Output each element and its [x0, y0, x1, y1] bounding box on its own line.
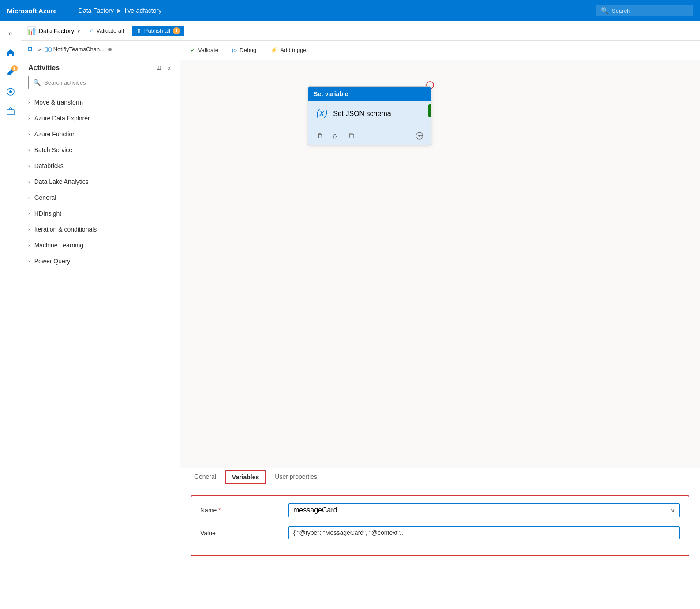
chevron-icon-3: ›	[28, 147, 30, 153]
chevron-icon-6: ›	[28, 195, 30, 200]
search-activities-input[interactable]	[44, 79, 168, 86]
activity-item-5[interactable]: › Data Lake Analytics	[25, 174, 176, 190]
sidebar-item-toolbox[interactable]	[2, 102, 19, 120]
activity-item-1[interactable]: › Azure Data Explorer	[25, 110, 176, 126]
activity-label-5: Data Lake Analytics	[34, 178, 89, 185]
canvas-toolbar: ✓ Validate ▷ Debug ⚡ Add trigger	[180, 41, 700, 60]
activity-item-6[interactable]: › General	[25, 190, 176, 205]
validate-all-label: Validate all	[96, 27, 124, 34]
add-trigger-label: Add trigger	[280, 47, 308, 53]
df-label: Data Factory	[39, 27, 74, 34]
breadcrumb-df[interactable]: Data Factory	[79, 7, 114, 14]
publish-all-btn[interactable]: ⬆ Publish all 1	[132, 26, 184, 36]
validate-all-btn[interactable]: ✓ Validate all	[84, 26, 128, 36]
chevron-icon-0: ›	[28, 100, 30, 105]
variables-form: Name * messageCard ∨	[191, 495, 689, 556]
sidebar-item-monitor[interactable]	[2, 83, 19, 101]
tab-general[interactable]: General	[187, 469, 223, 486]
publish-badge: 1	[173, 27, 180, 34]
validate-btn-icon: ✓	[191, 47, 195, 53]
shrink-icon[interactable]: «	[165, 64, 172, 72]
chevron-icon-9: ›	[28, 243, 30, 248]
svg-rect-4	[49, 48, 51, 51]
value-input-wrapper	[288, 526, 680, 539]
canvas-area: Set variable (x) Set JSON schema	[180, 60, 700, 468]
activity-item-3[interactable]: › Batch Service	[25, 142, 176, 158]
add-trigger-btn[interactable]: ⚡ Add trigger	[267, 45, 312, 55]
activity-item-2[interactable]: › Azure Function	[25, 126, 176, 142]
activity-label-2: Azure Function	[34, 131, 76, 138]
publish-all-label: Publish all	[144, 27, 170, 34]
sidebar-expand-btn[interactable]: »	[2, 25, 19, 42]
activity-card-variable-icon: (x)	[315, 106, 328, 121]
svg-rect-7	[350, 134, 354, 138]
chain-action-icon[interactable]	[413, 130, 426, 142]
name-chevron-icon: ∨	[670, 507, 675, 514]
svg-point-1	[9, 90, 12, 93]
breadcrumb-factory[interactable]: live-adfactory	[125, 7, 161, 14]
value-input[interactable]	[288, 526, 680, 539]
delete-action-icon[interactable]	[314, 130, 326, 142]
df-selector[interactable]: 📊 Data Factory ∨	[26, 26, 81, 36]
collapse-icon[interactable]: ⇊	[155, 64, 164, 72]
activities-panel: ⛭ » NotifiyTeamsChan... Activities ⇊ «	[21, 41, 180, 609]
activity-label-3: Batch Service	[34, 146, 72, 153]
activity-label-7: HDInsight	[34, 210, 61, 217]
green-bar-indicator	[428, 104, 431, 117]
activity-label-9: Machine Learning	[34, 242, 83, 249]
activity-item-7[interactable]: › HDInsight	[25, 205, 176, 221]
activity-item-0[interactable]: › Move & transform	[25, 94, 176, 110]
chevron-icon-5: ›	[28, 179, 30, 184]
activity-item-10[interactable]: › Power Query	[25, 253, 176, 269]
sidebar-item-home[interactable]	[2, 44, 19, 62]
activity-item-4[interactable]: › Databricks	[25, 158, 176, 174]
chevron-icon-8: ›	[28, 227, 30, 232]
activity-card-title: Set variable	[314, 90, 348, 97]
chevron-icon-1: ›	[28, 116, 30, 121]
search-input[interactable]	[612, 7, 688, 14]
activities-title: Activities	[28, 64, 60, 72]
publish-icon: ⬆	[136, 27, 142, 34]
icon-sidebar: » 1	[0, 21, 21, 609]
copy-action-icon[interactable]	[345, 130, 358, 142]
chevron-icon-7: ›	[28, 211, 30, 216]
df-chevron-icon: ∨	[77, 28, 81, 34]
activity-item-9[interactable]: › Machine Learning	[25, 237, 176, 253]
bottom-tabs: General Variables User properties	[180, 468, 700, 486]
activity-card-header: Set variable	[308, 87, 431, 101]
right-panel: ✓ Validate ▷ Debug ⚡ Add trigger	[180, 41, 700, 609]
code-action-icon[interactable]: {}	[329, 130, 342, 142]
validate-btn[interactable]: ✓ Validate	[187, 45, 222, 55]
debug-btn-icon: ▷	[232, 47, 237, 53]
svg-rect-2	[7, 110, 14, 115]
search-activities-icon: 🔍	[33, 79, 41, 86]
bottom-content: Name * messageCard ∨	[180, 486, 700, 609]
sidebar-item-pencil[interactable]: 1	[2, 64, 19, 81]
name-value: messageCard	[293, 506, 337, 514]
activity-label-4: Databricks	[34, 162, 64, 169]
name-select[interactable]: messageCard ∨	[288, 503, 680, 517]
activity-label-8: Iteration & conditionals	[34, 226, 97, 233]
search-box[interactable]: 🔍	[596, 5, 693, 16]
pipeline-tab[interactable]: ⛭ » NotifiyTeamsChan...	[21, 41, 180, 58]
activity-item-8[interactable]: › Iteration & conditionals	[25, 221, 176, 237]
search-activities-box[interactable]: 🔍	[28, 76, 172, 89]
search-icon: 🔍	[601, 7, 608, 14]
debug-btn-label: Debug	[240, 47, 256, 53]
svg-rect-3	[45, 48, 48, 51]
main-split: ⛭ » NotifiyTeamsChan... Activities ⇊ «	[21, 41, 700, 609]
activity-card[interactable]: Set variable (x) Set JSON schema	[308, 86, 431, 145]
activity-label-10: Power Query	[34, 258, 71, 265]
tab-variables[interactable]: Variables	[225, 470, 266, 484]
activity-card-footer: {}	[308, 127, 431, 145]
second-toolbar: 📊 Data Factory ∨ ✓ Validate all ⬆ Publis…	[21, 21, 700, 41]
validate-icon: ✓	[89, 27, 94, 34]
activities-header-icons: ⇊ «	[155, 64, 172, 72]
activity-label-0: Move & transform	[34, 99, 83, 106]
pipeline-tab-icon: ⛭	[26, 45, 34, 54]
debug-btn[interactable]: ▷ Debug	[229, 45, 260, 55]
tab-user-properties[interactable]: User properties	[268, 469, 324, 486]
pencil-badge: 1	[11, 65, 18, 71]
pipeline-tab-expand[interactable]: »	[38, 46, 41, 52]
pipeline-tab-dot	[108, 48, 112, 51]
